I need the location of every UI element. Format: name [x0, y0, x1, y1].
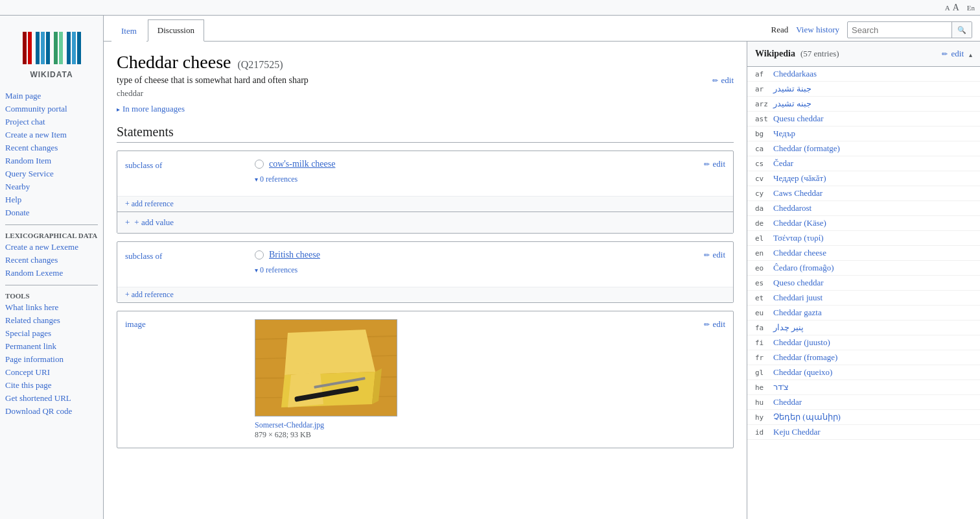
wp-article-link[interactable]: Cheddari juust: [773, 293, 972, 303]
sidebar: WIKIDATA Main page Community portal Proj…: [0, 16, 104, 519]
property-link-2[interactable]: subclass of: [125, 251, 162, 261]
article-title: Cheddar cheese: [117, 52, 231, 73]
wikipedia-edit-button[interactable]: edit: [942, 49, 964, 59]
image-edit-button[interactable]: edit: [704, 319, 726, 330]
sidebar-item-project-chat[interactable]: Project chat: [0, 115, 103, 128]
wp-article-link[interactable]: Queso cheddar: [773, 278, 972, 288]
wp-article-link[interactable]: Τσένταρ (τυρί): [773, 233, 972, 243]
add-reference-2[interactable]: + add reference: [117, 287, 733, 302]
wp-article-link[interactable]: Cheddar cheese: [773, 248, 972, 258]
in-more-languages-toggle[interactable]: In more languages: [117, 104, 734, 114]
wp-article-link[interactable]: Cheddar (fromage): [773, 352, 972, 363]
chevron-down-icon-1: [255, 175, 258, 184]
wp-article-link[interactable]: צ'דר: [773, 382, 972, 392]
value-with-rank-1: cow's-milk cheese: [255, 159, 335, 169]
wikipedia-entry: astQuesu cheddar: [747, 112, 980, 127]
sidebar-item-page-information[interactable]: Page information: [0, 353, 103, 366]
wp-article-link[interactable]: جبنه تشيدر: [773, 99, 972, 109]
sidebar-item-what-links-here[interactable]: What links here: [0, 301, 103, 314]
wikipedia-entry: daCheddarost: [747, 201, 980, 216]
sidebar-item-community-portal[interactable]: Community portal: [0, 103, 103, 115]
sidebar-divider-2: [5, 285, 98, 285]
sidebar-item-help[interactable]: Help: [0, 193, 103, 206]
wp-article-link[interactable]: Quesu cheddar: [773, 114, 972, 124]
sidebar-item-random-item[interactable]: Random Item: [0, 154, 103, 167]
sidebar-item-query-service[interactable]: Query Service: [0, 167, 103, 180]
wp-article-link[interactable]: Cheddar (Käse): [773, 218, 972, 228]
tab-item[interactable]: Item: [111, 20, 146, 42]
sidebar-item-cite-page[interactable]: Cite this page: [0, 379, 103, 392]
wp-article-link[interactable]: پنیر چدار: [773, 322, 972, 333]
wp-article-link[interactable]: Cheddar (queixo): [773, 367, 972, 378]
image-filename[interactable]: Somerset-Cheddar.jpg: [255, 420, 397, 430]
rank-icon-2: [255, 250, 264, 260]
sidebar-item-lexeme-recent-changes[interactable]: Recent changes: [0, 254, 103, 267]
image-property-link[interactable]: image: [125, 319, 146, 329]
description-edit-button[interactable]: edit: [712, 75, 734, 86]
wp-article-link[interactable]: Чедър: [773, 128, 972, 139]
wp-lang-code: hu: [755, 398, 773, 407]
sidebar-item-permanent-link[interactable]: Permanent link: [0, 340, 103, 353]
sidebar-lexicographical: Lexicographical data Create a new Lexeme…: [0, 229, 103, 280]
wp-article-link[interactable]: Չեդեր (պանիր): [773, 412, 972, 422]
wp-article-link[interactable]: Cheddar (formatge): [773, 143, 972, 154]
sidebar-item-create-lexeme[interactable]: Create a new Lexeme: [0, 241, 103, 254]
search-box: 🔍: [847, 21, 972, 38]
statement-edit-button-2[interactable]: edit: [704, 250, 726, 260]
statement-property-1: subclass of: [125, 159, 255, 171]
sidebar-item-shortened-url[interactable]: Get shortened URL: [0, 392, 103, 405]
sidebar-item-donate[interactable]: Donate: [0, 206, 103, 219]
add-value-1[interactable]: + + add value: [117, 211, 733, 233]
sidebar-item-related-changes[interactable]: Related changes: [0, 314, 103, 327]
wp-article-link[interactable]: Keju Cheddar: [773, 427, 972, 437]
wp-lang-code: eu: [755, 309, 773, 317]
font-size-small[interactable]: A: [945, 4, 950, 12]
font-size-large[interactable]: A: [953, 3, 959, 13]
pencil-icon-img: [704, 319, 711, 330]
lang-label[interactable]: En: [967, 4, 975, 12]
wikipedia-entry: eoĈedaro (fromaĝo): [747, 261, 980, 276]
sidebar-item-random-lexeme[interactable]: Random Lexeme: [0, 267, 103, 280]
svg-marker-16: [285, 330, 375, 375]
references-toggle-2[interactable]: 0 references: [255, 265, 725, 275]
wikipedia-entry: heצ'דר: [747, 380, 980, 395]
sidebar-item-special-pages[interactable]: Special pages: [0, 327, 103, 340]
wp-article-link[interactable]: جبنة تشيدر: [773, 84, 972, 94]
sidebar-item-qr-code[interactable]: Download QR code: [0, 405, 103, 418]
wp-article-link[interactable]: Cheddar (juusto): [773, 337, 972, 348]
tab-view-history[interactable]: View history: [796, 25, 839, 35]
search-input[interactable]: [848, 24, 951, 36]
sidebar-item-recent-changes[interactable]: Recent changes: [0, 141, 103, 154]
wikipedia-panel-header: Wikipedia (57 entries) edit: [747, 42, 980, 67]
sidebar-item-create-new[interactable]: Create a new Item: [0, 128, 103, 141]
wp-article-link[interactable]: Чеддер (чăкăт): [773, 173, 972, 184]
statement-property-2: subclass of: [125, 250, 255, 261]
wp-article-link[interactable]: Cheddarkaas: [773, 69, 972, 79]
wp-article-link[interactable]: Caws Cheddar: [773, 188, 972, 199]
statement-edit-button-1[interactable]: edit: [704, 159, 726, 169]
statement-block-1: subclass of cow's-milk cheese edit: [117, 151, 734, 234]
wp-article-link[interactable]: Cheddarost: [773, 203, 972, 213]
wikipedia-collapse-button[interactable]: [969, 48, 972, 60]
wp-article-link[interactable]: Čedar: [773, 158, 972, 169]
wp-article-link[interactable]: Cheddar: [773, 397, 972, 407]
references-toggle-1[interactable]: 0 references: [255, 175, 725, 184]
pencil-icon-s2: [704, 250, 711, 260]
wp-article-link[interactable]: Ĉedaro (fromaĝo): [773, 263, 972, 273]
sidebar-item-main-page[interactable]: Main page: [0, 90, 103, 103]
plus-icon-av1: +: [125, 217, 130, 228]
add-reference-1[interactable]: + add reference: [117, 196, 733, 211]
value-link-2[interactable]: British cheese: [269, 250, 320, 260]
sidebar-item-nearby[interactable]: Nearby: [0, 180, 103, 193]
tab-read[interactable]: Read: [771, 25, 789, 35]
svg-rect-7: [67, 32, 71, 64]
property-link-1[interactable]: subclass of: [125, 160, 162, 170]
statement-row-2: subclass of British cheese edit: [117, 242, 733, 287]
top-bar: A A En: [0, 0, 980, 16]
tab-discussion[interactable]: Discussion: [148, 19, 204, 42]
value-link-1[interactable]: cow's-milk cheese: [269, 159, 335, 169]
search-button[interactable]: 🔍: [951, 22, 972, 38]
sidebar-item-concept-uri[interactable]: Concept URI: [0, 366, 103, 379]
wp-article-link[interactable]: Cheddar gazta: [773, 308, 972, 318]
wikipedia-entry: euCheddar gazta: [747, 306, 980, 320]
